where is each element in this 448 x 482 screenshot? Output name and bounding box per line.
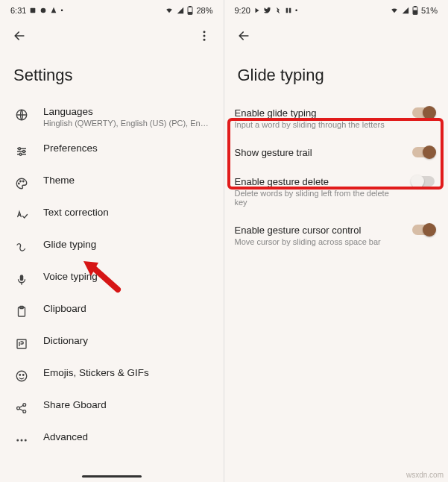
settings-row-theme[interactable]: Theme: [0, 167, 224, 199]
back-arrow-icon: [236, 28, 251, 43]
battery-icon: [187, 6, 193, 15]
svg-point-10: [23, 151, 25, 153]
settings-row-emojis[interactable]: Emojis, Stickers & GIFs: [0, 360, 224, 392]
row-label: Dictionary: [43, 335, 210, 346]
toggle-gesture-trail[interactable]: [412, 147, 435, 157]
settings-row-advanced[interactable]: Advanced: [0, 424, 224, 456]
nav-pill[interactable]: [82, 475, 142, 478]
status-time: 9:20: [235, 6, 250, 15]
back-button[interactable]: [235, 27, 253, 45]
clipboard-icon: [13, 304, 30, 320]
battery-icon: [412, 6, 418, 15]
row-label: Clipboard: [43, 303, 210, 314]
app-bar: [0, 21, 224, 51]
notif-icon: [285, 7, 292, 14]
settings-row-dictionary[interactable]: Dictionary: [0, 328, 224, 360]
toggle-enable-glide[interactable]: [412, 107, 435, 118]
emoji-icon: [13, 368, 30, 384]
svg-point-6: [203, 35, 205, 37]
toggle-cursor-control[interactable]: [412, 225, 435, 235]
back-arrow-icon: [12, 28, 27, 43]
svg-point-14: [23, 181, 25, 182]
settings-row-preferences[interactable]: Preferences: [0, 135, 224, 167]
wifi-icon: [165, 7, 174, 14]
notif-icon: [274, 7, 282, 14]
gesture-icon: [13, 240, 30, 256]
row-label: Emojis, Stickers & GIFs: [43, 367, 210, 378]
svg-rect-3: [189, 6, 191, 7]
svg-rect-29: [414, 6, 416, 7]
watermark: wsxdn.com: [406, 471, 444, 479]
notif-icon: [264, 7, 271, 14]
svg-point-7: [203, 39, 205, 41]
row-sub: Move cursor by sliding across space bar: [235, 237, 403, 246]
svg-rect-30: [414, 10, 417, 14]
back-button[interactable]: [10, 27, 28, 45]
status-time: 6:31: [10, 6, 26, 15]
signal-icon: [402, 7, 409, 14]
settings-row-languages[interactable]: Languages Hinglish (QWERTY), English (US…: [0, 98, 224, 135]
svg-point-26: [21, 439, 23, 442]
status-bar: 9:20 • 51%: [224, 0, 449, 21]
app-bar: [224, 21, 449, 51]
row-label: Languages: [43, 106, 210, 117]
row-label: Enable gesture delete: [235, 176, 403, 187]
row-label: Share Gboard: [43, 399, 210, 410]
row-label: Voice typing: [43, 271, 210, 282]
notif-icon: [29, 7, 37, 14]
battery-pct: 28%: [196, 6, 212, 15]
page-title: Settings: [0, 51, 224, 98]
row-label: Text correction: [43, 207, 210, 218]
globe-icon: [13, 107, 30, 123]
settings-row-text-correction[interactable]: Text correction: [0, 199, 224, 231]
svg-point-9: [19, 148, 21, 150]
notif-dot: •: [60, 7, 63, 14]
svg-rect-4: [189, 12, 192, 13]
notif-icon: [253, 7, 261, 14]
wifi-icon: [390, 7, 399, 14]
glide-options-list: Enable glide typing Input a word by slid…: [224, 98, 449, 255]
page-title: Glide typing: [224, 51, 449, 98]
settings-row-voice-typing[interactable]: Voice typing: [0, 263, 224, 295]
dictionary-icon: [13, 336, 30, 352]
svg-point-20: [19, 375, 21, 376]
settings-row-glide-typing[interactable]: Glide typing: [0, 231, 224, 263]
svg-point-27: [25, 439, 27, 442]
row-label: Enable glide typing: [235, 107, 403, 119]
more-vert-icon: [198, 29, 211, 43]
option-cursor-control[interactable]: Enable gesture cursor control Move curso…: [224, 216, 449, 255]
option-gesture-trail[interactable]: Show gesture trail: [224, 138, 449, 167]
svg-point-19: [16, 371, 27, 381]
svg-point-5: [203, 31, 205, 33]
settings-row-share[interactable]: Share Gboard: [0, 392, 224, 424]
row-sub: Input a word by sliding through the lett…: [235, 120, 403, 129]
settings-screen: 6:31 • 28% Settings Languages Hinglish (…: [0, 0, 224, 482]
toggle-gesture-delete[interactable]: [412, 176, 435, 187]
more-horiz-icon: [13, 432, 30, 448]
svg-point-12: [19, 183, 20, 184]
spellcheck-icon: [13, 207, 30, 224]
share-icon: [13, 400, 30, 416]
row-label: Theme: [43, 175, 210, 186]
signal-icon: [177, 7, 184, 14]
svg-point-1: [41, 8, 46, 13]
row-sub: Delete words by sliding left from the de…: [235, 189, 403, 207]
overflow-button[interactable]: [195, 27, 213, 45]
settings-row-clipboard[interactable]: Clipboard: [0, 295, 224, 328]
row-sub: Hinglish (QWERTY), English (US) (PC), En…: [43, 119, 210, 128]
row-label: Advanced: [43, 431, 210, 442]
svg-rect-0: [31, 8, 36, 13]
row-label: Glide typing: [43, 239, 210, 250]
sliders-icon: [13, 143, 30, 160]
notif-icon: [50, 7, 57, 14]
option-enable-glide[interactable]: Enable glide typing Input a word by slid…: [224, 98, 449, 138]
svg-point-21: [23, 375, 25, 376]
option-gesture-delete[interactable]: Enable gesture delete Delete words by sl…: [224, 167, 449, 216]
notif-icon: [40, 7, 47, 14]
svg-point-25: [16, 439, 19, 442]
settings-list: Languages Hinglish (QWERTY), English (US…: [0, 98, 224, 456]
status-bar: 6:31 • 28%: [0, 0, 224, 21]
row-label: Enable gesture cursor control: [235, 225, 403, 236]
svg-point-11: [19, 153, 22, 155]
mic-icon: [13, 272, 30, 288]
